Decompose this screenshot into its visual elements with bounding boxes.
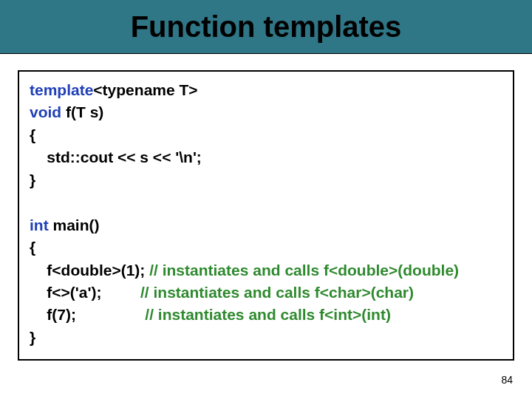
code-box: template<typename T> void f(T s) { std::… [18,70,514,361]
code-line: template<typename T> [30,79,502,101]
comment: // instantiates and calls f<char>(char) [140,284,414,301]
code-line: void f(T s) [30,101,502,123]
code-blank [30,191,502,214]
code-line: } [30,169,502,191]
page-number: 84 [501,374,513,386]
code-line: f<double>(1); // instantiates and calls … [30,259,502,282]
slide: Function templates template<typename T> … [0,0,532,399]
code-text: <typename T> [93,81,197,98]
code-text: main() [49,216,100,233]
title-bar: Function templates [0,0,532,54]
code-text: f<>('a'); [30,284,140,301]
code-line: { [30,124,502,146]
code-text: f<double>(1); [30,262,149,279]
code-line: f<>('a'); // instantiates and calls f<ch… [30,282,502,304]
keyword: void [30,103,61,120]
comment: // instantiates and calls f<int>(int) [145,306,391,323]
code-line: { [30,236,502,259]
code-text: f(7); [30,306,145,323]
keyword: template [30,81,93,98]
code-line: int main() [30,214,502,236]
code-line: std::cout << s << '\n'; [30,146,502,168]
slide-title: Function templates [131,10,402,44]
comment: // instantiates and calls f<double>(doub… [149,262,459,279]
code-line: f(7); // instantiates and calls f<int>(i… [30,304,502,326]
code-text: f(T s) [61,103,103,120]
keyword: int [30,216,49,233]
code-line: } [30,327,502,349]
